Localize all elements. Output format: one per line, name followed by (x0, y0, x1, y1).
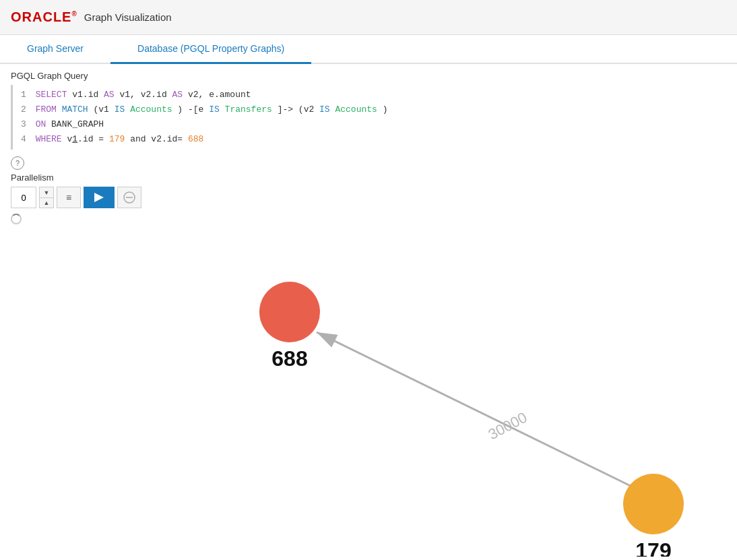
run-button[interactable] (84, 187, 115, 208)
table-view-button[interactable]: ≡ (57, 187, 81, 208)
play-icon (94, 193, 104, 202)
node-179[interactable] (623, 474, 684, 534)
query-label: PGQL Graph Query (11, 71, 726, 81)
code-block: 1 SELECT v1.id AS v1, v2.id AS v2, e.amo… (11, 85, 726, 150)
parallelism-label: Parallelism (11, 173, 726, 183)
spin-buttons: ▼ ▲ (39, 187, 54, 208)
spinner (11, 214, 726, 224)
tab-database[interactable]: Database (PGQL Property Graphs) (110, 35, 311, 64)
app-title: Graph Visualization (84, 11, 172, 23)
spin-down-button[interactable]: ▼ (39, 187, 54, 197)
node-688-label: 688 (271, 346, 307, 371)
help-icon[interactable]: ? (11, 156, 24, 170)
cancel-button[interactable] (117, 187, 141, 208)
toolbar: ▼ ▲ ≡ (11, 187, 726, 208)
query-section: PGQL Graph Query 1 SELECT v1.id AS v1, v… (0, 71, 737, 150)
cancel-icon (123, 191, 135, 204)
code-line-4: 4 WHERE v1.id = 179 and v2.id= 688 (21, 132, 726, 147)
controls-section: ? Parallelism ▼ ▲ ≡ (0, 150, 737, 224)
loading-spinner (11, 214, 22, 224)
graph-edge (317, 332, 633, 487)
main-content: PGQL Graph Query 1 SELECT v1.id AS v1, v… (0, 64, 737, 557)
graph-svg: 30000 688 179 (0, 224, 737, 557)
code-line-3: 3 ON BANK_GRAPH (21, 117, 726, 132)
code-line-1: 1 SELECT v1.id AS v1, v2.id AS v2, e.amo… (21, 88, 726, 102)
node-688[interactable] (259, 282, 320, 342)
parallelism-input[interactable] (11, 187, 36, 208)
node-179-label: 179 (635, 538, 671, 557)
graph-canvas: 30000 688 179 (0, 224, 737, 557)
code-line-2: 2 FROM MATCH (v1 IS Accounts ) -[e IS Tr… (21, 102, 726, 117)
app-header: ORACLE® Graph Visualization (0, 0, 737, 35)
tab-bar: Graph Server Database (PGQL Property Gra… (0, 35, 737, 64)
spin-up-button[interactable]: ▲ (39, 197, 54, 208)
tab-graph-server[interactable]: Graph Server (0, 35, 110, 64)
edge-label: 30000 (486, 409, 530, 443)
oracle-logo: ORACLE® (11, 9, 77, 25)
